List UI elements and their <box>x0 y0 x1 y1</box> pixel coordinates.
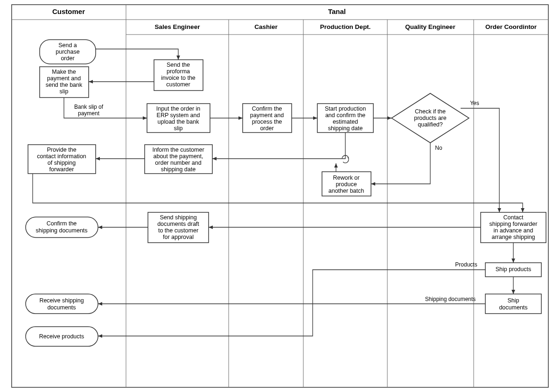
lane-header-tanal: Tanal <box>328 7 346 15</box>
edge-shipprod-to-recvprod <box>98 270 485 336</box>
svg-text:No: No <box>435 145 442 151</box>
svg-text:in advance and: in advance and <box>494 227 533 234</box>
svg-text:of shipping: of shipping <box>48 160 76 166</box>
edge-no-to-rework <box>371 143 430 184</box>
edge-yes-to-contactfwd <box>461 108 499 212</box>
svg-text:Shipping documents: Shipping documents <box>425 296 476 302</box>
svg-text:another batch: another batch <box>329 188 364 194</box>
svg-text:process the: process the <box>252 119 282 125</box>
svg-text:shipping forwarder: shipping forwarder <box>490 221 538 227</box>
svg-text:arrange shipping: arrange shipping <box>491 234 535 240</box>
svg-text:customer: customer <box>166 81 190 88</box>
svg-text:payment and: payment and <box>47 75 81 82</box>
lane-header-production: Production Dept. <box>320 23 371 30</box>
svg-text:Ship: Ship <box>507 297 519 304</box>
svg-text:Ship products: Ship products <box>496 266 531 273</box>
svg-text:Bank slip of: Bank slip of <box>74 104 104 110</box>
edge-po-to-proforma <box>96 49 178 60</box>
svg-text:documents: documents <box>499 304 527 311</box>
svg-text:shipping documents: shipping documents <box>35 227 87 234</box>
svg-text:Make the: Make the <box>52 69 76 75</box>
svg-text:Send a: Send a <box>58 42 77 49</box>
lane-header-customer: Customer <box>52 7 85 15</box>
svg-text:and confirm the: and confirm the <box>325 112 365 119</box>
svg-text:order: order <box>61 55 74 62</box>
svg-text:ERP system and: ERP system and <box>157 112 200 119</box>
svg-text:purchase: purchase <box>56 49 79 55</box>
svg-text:Yes: Yes <box>470 100 479 106</box>
svg-text:Provide the: Provide the <box>47 147 76 153</box>
svg-text:shipping date: shipping date <box>328 125 363 132</box>
lane-header-order-coord: Order Coordintor <box>485 23 537 30</box>
svg-text:Input the order in: Input the order in <box>156 105 201 112</box>
svg-text:produce: produce <box>336 181 357 188</box>
svg-text:documents: documents <box>47 304 76 311</box>
svg-text:payment and: payment and <box>250 112 284 119</box>
svg-text:invoice to the: invoice to the <box>161 75 196 81</box>
svg-text:Inform the customer: Inform the customer <box>152 147 204 153</box>
svg-text:about the payment,: about the payment, <box>153 153 203 160</box>
svg-text:Send shipping: Send shipping <box>160 214 196 221</box>
svg-text:Send the: Send the <box>167 62 190 68</box>
svg-text:send the bank: send the bank <box>46 82 83 88</box>
svg-text:Start production: Start production <box>325 105 366 112</box>
lane-header-quality: Quality Engineer <box>405 23 455 30</box>
svg-text:Rework or: Rework or <box>333 175 360 181</box>
svg-text:order: order <box>260 125 273 132</box>
svg-text:order number and: order number and <box>155 160 201 166</box>
svg-text:shipping date: shipping date <box>161 166 196 173</box>
svg-text:to the customer: to the customer <box>158 227 198 234</box>
svg-text:Receive shipping: Receive shipping <box>39 297 84 304</box>
lane-header-sales-engineer: Sales Engineer <box>155 23 201 30</box>
svg-text:Check if the: Check if the <box>415 108 446 115</box>
svg-text:forwarder: forwarder <box>49 166 74 173</box>
svg-text:documents draft: documents draft <box>157 221 199 227</box>
svg-text:Receive products: Receive products <box>39 333 84 340</box>
svg-text:estimated: estimated <box>333 119 358 125</box>
svg-text:slip: slip <box>174 125 183 132</box>
svg-text:payment: payment <box>78 110 100 117</box>
svg-text:for approval: for approval <box>163 234 194 240</box>
svg-text:proforma: proforma <box>167 68 190 75</box>
lane-header-cashier: Cashier <box>254 23 278 30</box>
svg-text:Confirm the: Confirm the <box>47 220 77 227</box>
swimlane-diagram: Customer Tanal Sales Engineer Cashier Pr… <box>0 0 560 392</box>
svg-text:contact information: contact information <box>37 153 86 160</box>
edge-contactinfo-to-forwarder <box>33 174 523 212</box>
svg-text:products are: products are <box>414 115 447 121</box>
svg-text:slip: slip <box>60 88 69 95</box>
edge-production-to-inform <box>212 133 345 159</box>
svg-text:upload the bank: upload the bank <box>158 119 200 125</box>
svg-text:Products: Products <box>455 261 477 268</box>
svg-text:Contact: Contact <box>503 214 524 221</box>
svg-text:Confirm the: Confirm the <box>252 105 282 112</box>
svg-text:qualified?: qualified? <box>418 121 443 128</box>
